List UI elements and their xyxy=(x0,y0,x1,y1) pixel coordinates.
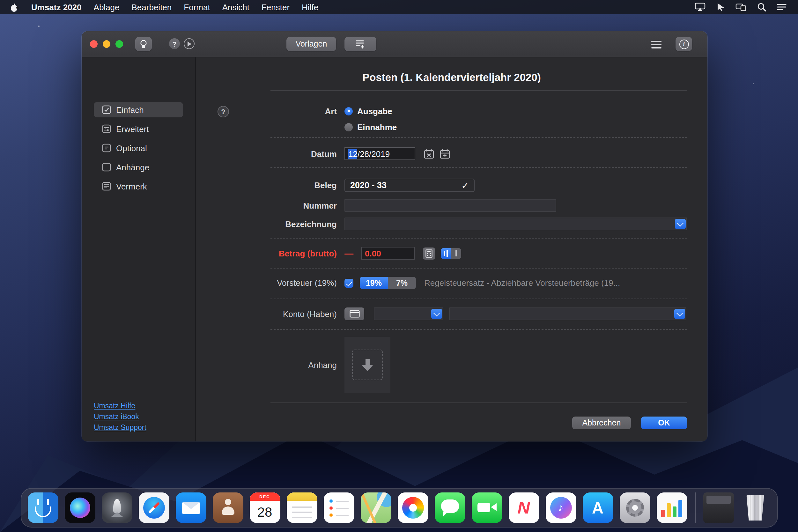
row-anhang: Anhang xyxy=(270,337,687,393)
ok-button[interactable]: OK xyxy=(641,417,687,429)
cancel-button[interactable]: Abbrechen xyxy=(572,417,631,429)
sidebar-item-einfach[interactable]: Einfach xyxy=(94,102,183,117)
sidebar-item-anhaenge[interactable]: Anhänge xyxy=(94,159,183,175)
apple-menu-icon[interactable] xyxy=(8,2,19,12)
segment-bar-icon[interactable] xyxy=(451,248,461,259)
dock-news[interactable]: N xyxy=(508,492,539,523)
chevron-down-icon[interactable] xyxy=(674,309,685,319)
attachment-dropzone[interactable] xyxy=(344,337,391,393)
tips-button[interactable] xyxy=(135,37,152,51)
trash-icon xyxy=(746,495,765,520)
accounts-button[interactable] xyxy=(344,307,364,320)
chevron-down-icon[interactable] xyxy=(675,219,686,229)
close-button[interactable] xyxy=(90,40,98,48)
pointer-icon[interactable] xyxy=(715,2,726,12)
add-template-button[interactable] xyxy=(344,37,376,51)
betrag-field[interactable]: 0.00 xyxy=(361,247,415,260)
menu-item-ablage[interactable]: Ablage xyxy=(94,2,120,12)
sidebar-item-vermerk[interactable]: Vermerk xyxy=(94,178,183,194)
nummer-field[interactable] xyxy=(344,199,556,212)
form-help-button[interactable]: ? xyxy=(217,106,229,117)
calendar-clear-button[interactable] xyxy=(423,149,434,159)
spotlight-search-icon[interactable] xyxy=(756,2,767,12)
separator xyxy=(270,402,687,403)
dock-minimized-window[interactable] xyxy=(703,492,734,523)
dock-mail[interactable] xyxy=(175,492,206,523)
menu-item-fenster[interactable]: Fenster xyxy=(262,2,290,12)
link-umsatz-support[interactable]: Umsatz Support xyxy=(94,423,146,431)
menu-item-hilfe[interactable]: Hilfe xyxy=(302,2,318,12)
amount-display-segmented[interactable] xyxy=(441,248,461,259)
toolbar-help-button[interactable]: ? xyxy=(169,38,180,49)
beleg-label: Beleg xyxy=(270,180,337,190)
dock-charts-app[interactable] xyxy=(657,492,687,523)
link-umsatz-hilfe[interactable]: Umsatz Hilfe xyxy=(94,402,146,410)
chevron-down-icon[interactable] xyxy=(431,309,442,319)
displays-icon[interactable] xyxy=(736,2,746,12)
templates-button[interactable]: Vorlagen xyxy=(286,37,336,51)
separator xyxy=(270,137,687,138)
nummer-label: Nummer xyxy=(270,201,337,210)
download-arrow-icon xyxy=(362,359,373,371)
menu-item-format[interactable]: Format xyxy=(184,2,210,12)
dock-music[interactable]: ♪ xyxy=(545,492,576,523)
radio-option-einnahme[interactable]: Einnahme xyxy=(344,120,397,133)
dock-photos[interactable] xyxy=(397,492,428,523)
checkmark-icon: ✓ xyxy=(461,180,469,190)
segment-19-percent[interactable]: 19% xyxy=(360,277,388,289)
minimize-button[interactable] xyxy=(103,40,110,48)
konto-combo-large[interactable] xyxy=(449,307,686,320)
dock-notes[interactable] xyxy=(286,492,317,523)
calendar-picker-button[interactable] xyxy=(439,149,450,159)
betrag-sign: — xyxy=(344,248,354,258)
dock-trash[interactable] xyxy=(740,492,771,523)
vorsteuer-checkbox[interactable] xyxy=(344,279,354,287)
dock-system-preferences[interactable] xyxy=(620,492,650,523)
row-art: Art Ausgabe Einnahme xyxy=(270,99,687,133)
play-button[interactable] xyxy=(184,38,194,49)
zoom-button[interactable] xyxy=(115,40,123,48)
dock-maps[interactable] xyxy=(360,492,391,523)
dock-messages[interactable] xyxy=(434,492,465,523)
datum-field[interactable]: 12/28/2019 xyxy=(344,147,415,160)
radio-option-ausgabe[interactable]: Ausgabe xyxy=(344,104,397,117)
wallpaper-stars xyxy=(38,25,40,27)
sidebar: Einfach Erweitert xyxy=(82,57,196,441)
beleg-value: 2020 - 33 xyxy=(350,180,386,190)
link-umsatz-ibook[interactable]: Umsatz iBook xyxy=(94,413,146,420)
account-card-icon xyxy=(349,310,359,318)
dock-finder[interactable] xyxy=(27,492,58,523)
dock-launchpad[interactable] xyxy=(101,492,132,523)
menu-app-name[interactable]: Umsatz 2020 xyxy=(31,2,82,12)
note-icon xyxy=(102,182,111,191)
sidebar-item-erweitert[interactable]: Erweitert xyxy=(94,121,183,136)
dock-app-store[interactable]: A xyxy=(583,492,613,523)
dock-safari[interactable] xyxy=(138,492,169,523)
konto-combo-small[interactable] xyxy=(374,307,443,320)
appstore-glyph: A xyxy=(592,498,604,517)
checkbox-checked-icon xyxy=(102,105,111,114)
menu-item-ansicht[interactable]: Ansicht xyxy=(222,2,249,12)
row-datum: Datum 12/28/2019 xyxy=(270,147,687,160)
calculator-button[interactable] xyxy=(423,247,435,259)
beleg-value-box[interactable]: 2020 - 33 ✓ xyxy=(344,178,475,192)
airplay-icon[interactable] xyxy=(695,2,705,12)
sidebar-list-icon[interactable] xyxy=(651,41,662,49)
dock-facetime[interactable] xyxy=(471,492,502,523)
lightbulb-icon xyxy=(140,39,147,49)
menu-item-bearbeiten[interactable]: Bearbeiten xyxy=(132,2,172,12)
notification-center-icon[interactable] xyxy=(776,2,787,12)
news-glyph: N xyxy=(518,498,530,518)
separator xyxy=(270,299,687,299)
bezeichnung-combo[interactable] xyxy=(344,217,687,230)
window-titlebar[interactable]: ? Vorlagen i xyxy=(82,31,707,57)
dock-contacts[interactable] xyxy=(212,492,243,523)
info-button[interactable]: i xyxy=(676,37,692,51)
dock-reminders[interactable] xyxy=(323,492,354,523)
sidebar-item-optional[interactable]: Optional xyxy=(94,140,183,156)
segment-7-percent[interactable]: 7% xyxy=(388,277,416,289)
segment-bars-selected-icon[interactable] xyxy=(441,248,451,259)
dock-siri[interactable] xyxy=(64,492,95,523)
dock-calendar[interactable]: DEC 28 xyxy=(249,492,280,523)
radio-selected-icon xyxy=(344,107,353,115)
